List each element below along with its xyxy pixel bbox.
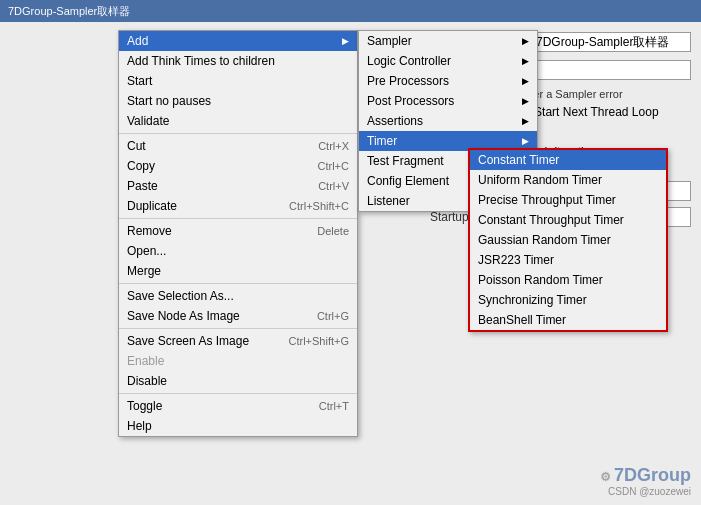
menu-item-shortcut: Ctrl+X xyxy=(318,140,349,152)
submenu1-item-label: Post Processors xyxy=(367,94,454,108)
menu-item-label: Save Screen As Image xyxy=(127,334,249,348)
menu-item-add[interactable]: Add xyxy=(119,31,357,51)
menu-item-label: Merge xyxy=(127,264,161,278)
menu-item-shortcut: Delete xyxy=(317,225,349,237)
menu-item-shortcut: Ctrl+G xyxy=(317,310,349,322)
submenu1-item-assertions[interactable]: Assertions xyxy=(359,111,537,131)
menu-item-label: Open... xyxy=(127,244,166,258)
submenu1-item-label: Test Fragment xyxy=(367,154,444,168)
menu-item-remove[interactable]: RemoveDelete xyxy=(119,221,357,241)
menu-item-label: Remove xyxy=(127,224,172,238)
timer-item-uniform-random-timer[interactable]: Uniform Random Timer xyxy=(470,170,666,190)
menu-item-save-node-as-image[interactable]: Save Node As ImageCtrl+G xyxy=(119,306,357,326)
timer-item-precise-throughput-timer[interactable]: Precise Throughput Timer xyxy=(470,190,666,210)
menu-item-save-screen-as-image[interactable]: Save Screen As ImageCtrl+Shift+G xyxy=(119,331,357,351)
menu-item-label: Add xyxy=(127,34,148,48)
watermark: ⚙ 7DGroup CSDN @zuozewei xyxy=(600,465,691,497)
menu-item-label: Enable xyxy=(127,354,164,368)
menu-item-label: Start xyxy=(127,74,152,88)
menu-item-validate[interactable]: Validate xyxy=(119,111,357,131)
timer-item-constant-throughput-timer[interactable]: Constant Throughput Timer xyxy=(470,210,666,230)
context-menu-main: AddAdd Think Times to childrenStartStart… xyxy=(118,30,358,437)
timer-item-synchronizing-timer[interactable]: Synchronizing Timer xyxy=(470,290,666,310)
timer-item-label: JSR223 Timer xyxy=(478,253,554,267)
submenu1-item-pre-processors[interactable]: Pre Processors xyxy=(359,71,537,91)
menu-item-label: Validate xyxy=(127,114,169,128)
menu-item-label: Save Node As Image xyxy=(127,309,240,323)
menu-item-open[interactable]: Open... xyxy=(119,241,357,261)
menu-item-shortcut: Ctrl+C xyxy=(318,160,349,172)
submenu-timer: Constant TimerUniform Random TimerPrecis… xyxy=(468,148,668,332)
menu-item-add-think-times-to-children[interactable]: Add Think Times to children xyxy=(119,51,357,71)
submenu1-item-label: Listener xyxy=(367,194,410,208)
submenu1-item-label: Assertions xyxy=(367,114,423,128)
timer-item-label: Precise Throughput Timer xyxy=(478,193,616,207)
timer-item-label: Constant Throughput Timer xyxy=(478,213,624,227)
menu-item-label: Start no pauses xyxy=(127,94,211,108)
menu-item-duplicate[interactable]: DuplicateCtrl+Shift+C xyxy=(119,196,357,216)
timer-item-label: Constant Timer xyxy=(478,153,559,167)
menu-item-help[interactable]: Help xyxy=(119,416,357,436)
timer-item-poisson-random-timer[interactable]: Poisson Random Timer xyxy=(470,270,666,290)
submenu1-item-label: Config Element xyxy=(367,174,449,188)
menu-separator xyxy=(119,328,357,329)
submenu1-item-label: Timer xyxy=(367,134,397,148)
menu-item-disable[interactable]: Disable xyxy=(119,371,357,391)
watermark-sub: CSDN @zuozewei xyxy=(600,486,691,497)
submenu1-item-logic-controller[interactable]: Logic Controller xyxy=(359,51,537,71)
timer-item-gaussian-random-timer[interactable]: Gaussian Random Timer xyxy=(470,230,666,250)
comments-input[interactable] xyxy=(531,60,691,80)
menu-item-shortcut: Ctrl+T xyxy=(319,400,349,412)
timer-item-beanshell-timer[interactable]: BeanShell Timer xyxy=(470,310,666,330)
menu-item-label: Cut xyxy=(127,139,146,153)
menu-separator xyxy=(119,283,357,284)
menu-item-cut[interactable]: CutCtrl+X xyxy=(119,136,357,156)
menu-item-merge[interactable]: Merge xyxy=(119,261,357,281)
menu-item-label: Save Selection As... xyxy=(127,289,234,303)
watermark-logo: ⚙ 7DGroup xyxy=(600,465,691,486)
menu-item-shortcut: Ctrl+V xyxy=(318,180,349,192)
timer-item-jsr223-timer[interactable]: JSR223 Timer xyxy=(470,250,666,270)
start-next-label: Start Next Thread Loop xyxy=(534,105,659,119)
menu-separator xyxy=(119,393,357,394)
top-bar-title: 7DGroup-Sampler取样器 xyxy=(8,4,130,19)
submenu1-item-label: Logic Controller xyxy=(367,54,451,68)
submenu1-item-label: Pre Processors xyxy=(367,74,449,88)
submenu1-item-post-processors[interactable]: Post Processors xyxy=(359,91,537,111)
menu-item-label: Help xyxy=(127,419,152,433)
top-bar: 7DGroup-Sampler取样器 xyxy=(0,0,701,22)
menu-item-label: Toggle xyxy=(127,399,162,413)
menu-item-enable: Enable xyxy=(119,351,357,371)
menu-item-label: Duplicate xyxy=(127,199,177,213)
menu-item-toggle[interactable]: ToggleCtrl+T xyxy=(119,396,357,416)
timer-item-label: BeanShell Timer xyxy=(478,313,566,327)
timer-item-label: Poisson Random Timer xyxy=(478,273,603,287)
menu-item-copy[interactable]: CopyCtrl+C xyxy=(119,156,357,176)
menu-item-label: Copy xyxy=(127,159,155,173)
timer-item-constant-timer[interactable]: Constant Timer xyxy=(470,150,666,170)
menu-separator xyxy=(119,133,357,134)
menu-item-shortcut: Ctrl+Shift+C xyxy=(289,200,349,212)
menu-item-paste[interactable]: PasteCtrl+V xyxy=(119,176,357,196)
menu-item-label: Paste xyxy=(127,179,158,193)
submenu1-item-label: Sampler xyxy=(367,34,412,48)
submenu1-item-sampler[interactable]: Sampler xyxy=(359,31,537,51)
menu-item-save-selection-as[interactable]: Save Selection As... xyxy=(119,286,357,306)
menu-item-start-no-pauses[interactable]: Start no pauses xyxy=(119,91,357,111)
menu-item-label: Add Think Times to children xyxy=(127,54,275,68)
menu-separator xyxy=(119,218,357,219)
menu-item-shortcut: Ctrl+Shift+G xyxy=(288,335,349,347)
timer-item-label: Synchronizing Timer xyxy=(478,293,587,307)
menu-item-start[interactable]: Start xyxy=(119,71,357,91)
menu-item-label: Disable xyxy=(127,374,167,388)
timer-item-label: Gaussian Random Timer xyxy=(478,233,611,247)
name-input[interactable] xyxy=(531,32,691,52)
timer-item-label: Uniform Random Timer xyxy=(478,173,602,187)
